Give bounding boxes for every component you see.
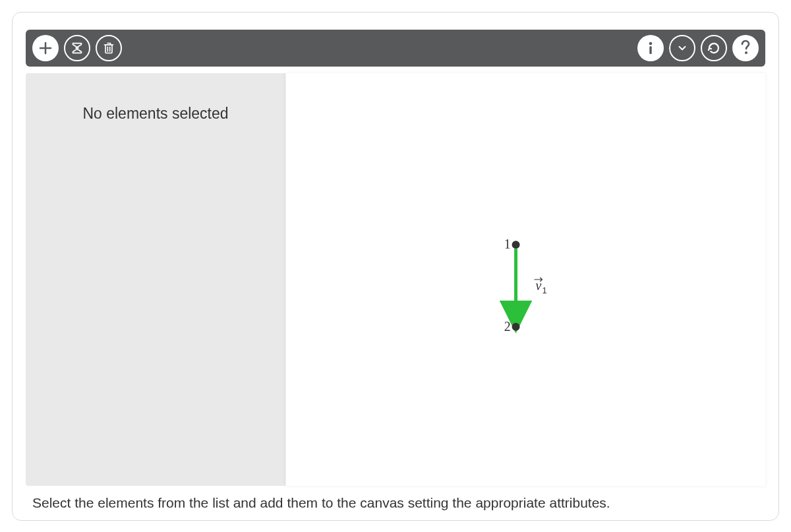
reset-button[interactable] [701, 35, 727, 61]
help-button[interactable] [732, 35, 759, 61]
svg-rect-6 [649, 46, 651, 54]
content-area: No elements selected v112 [26, 73, 765, 486]
toolbar-left-group [32, 35, 122, 61]
trash-icon [102, 41, 115, 55]
plus-icon [38, 40, 53, 56]
elements-sidebar: No elements selected [26, 73, 285, 486]
toolbar-right-group [637, 35, 759, 61]
svg-rect-2 [105, 45, 112, 53]
toolbar [26, 30, 765, 67]
vector-label: v1 [534, 278, 546, 295]
canvas-point[interactable] [512, 241, 520, 249]
canvas-point[interactable] [512, 323, 520, 331]
dropdown-button[interactable] [669, 35, 695, 61]
app-panel: No elements selected v112 Select the ele… [12, 12, 779, 521]
add-button[interactable] [32, 35, 59, 61]
drawing-canvas[interactable]: v112 [285, 73, 765, 486]
info-icon [647, 40, 654, 56]
sum-button[interactable] [64, 35, 90, 61]
svg-point-5 [649, 42, 653, 45]
canvas-point-label: 1 [504, 237, 511, 251]
sigma-icon [70, 41, 84, 55]
canvas-svg: v112 [286, 73, 765, 486]
info-button[interactable] [637, 35, 664, 61]
help-icon [740, 40, 751, 57]
delete-button[interactable] [96, 35, 122, 61]
chevron-down-icon [676, 42, 688, 54]
canvas-point-label: 2 [504, 319, 511, 334]
svg-text:v: v [535, 278, 541, 293]
instruction-text: Select the elements from the list and ad… [32, 495, 759, 511]
sidebar-empty-message: No elements selected [42, 105, 270, 123]
reset-icon [706, 40, 722, 56]
svg-text:1: 1 [542, 285, 546, 295]
svg-point-7 [745, 51, 747, 54]
